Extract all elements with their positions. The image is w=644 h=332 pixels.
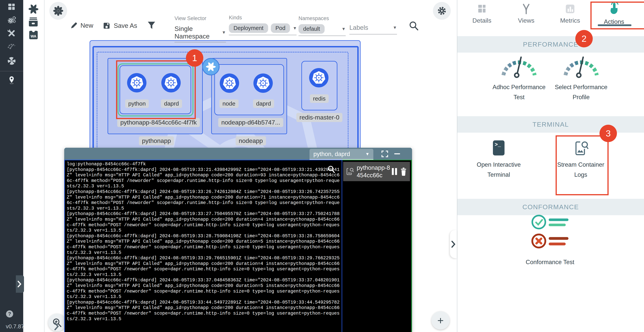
- left-sidebar: ? v0.7.87: [0, 0, 23, 332]
- kinds-filter[interactable]: Kinds Deployment Pod ▼: [229, 15, 296, 36]
- labels-filter[interactable]: Labels ▼: [349, 24, 397, 36]
- tab-label: Details: [466, 17, 497, 24]
- lifecycle-gears-icon[interactable]: [7, 15, 16, 24]
- adhoc-performance-test-button[interactable]: Adhoc Performance Test: [498, 53, 548, 102]
- metrics-bar-chart-icon: [565, 3, 576, 14]
- pod-label: nodeapp-d64b5747...: [218, 118, 283, 127]
- trash-icon[interactable]: [400, 167, 408, 176]
- select-performance-profile-button[interactable]: Select Performance Profile: [560, 53, 610, 102]
- meshsync-burst-button[interactable]: [49, 2, 67, 20]
- chevron-down-icon: ▼: [222, 30, 226, 35]
- container-label: redis: [310, 94, 329, 103]
- kinds-label: Kinds: [229, 15, 296, 21]
- performance-gauge-icon[interactable]: [7, 41, 16, 50]
- toolbar: New Save As View Selector Single Namespa…: [44, 0, 457, 39]
- conformance-checklist-icon: [527, 214, 573, 251]
- mesh-pie-icon[interactable]: [7, 56, 16, 65]
- chevron-down-icon: ▼: [342, 26, 346, 31]
- action-label: Conformance Test: [521, 257, 579, 267]
- settings-button[interactable]: [433, 2, 451, 20]
- container-redis-kubernetes-icon[interactable]: [309, 68, 328, 87]
- log-text: log:pythonapp-8454cc66c-4f7fk [pythonapp…: [65, 160, 342, 323]
- conformance-test-button[interactable]: Conformance Test: [521, 214, 579, 267]
- session-row[interactable]: pythonapp-8454cc66c: [343, 162, 410, 181]
- session-name: pythonapp-8454cc66c: [357, 164, 390, 179]
- panel-collapse-pill[interactable]: [450, 230, 457, 258]
- labels-placeholder: Labels: [349, 24, 368, 31]
- container-label: daprd: [253, 99, 274, 108]
- dashboard-icon[interactable]: [7, 2, 16, 11]
- new-label: New: [80, 22, 93, 29]
- kanvas-pin-icon[interactable]: [7, 75, 16, 84]
- extension-expand-chevron-icon[interactable]: [54, 323, 59, 330]
- action-label: Adhoc Performance Test: [490, 82, 548, 102]
- filter-funnel-icon[interactable]: [147, 21, 156, 30]
- terminal-icon: >_: [493, 140, 504, 155]
- tab-metrics[interactable]: Metrics: [555, 3, 586, 24]
- log-output-area[interactable]: log:pythonapp-8454cc66c-4f7fk [pythonapp…: [64, 160, 342, 332]
- views-branch-icon: [521, 3, 532, 14]
- chevron-right-icon: [18, 281, 22, 287]
- session-sidebar: pythonapp-8454cc66c: [342, 160, 412, 332]
- namespace-chip-default[interactable]: default: [298, 24, 324, 34]
- webassembly-icon[interactable]: WA: [29, 30, 38, 40]
- annotation-circle-1: 1: [186, 49, 203, 67]
- log-stream-panel: python, daprd ▼ log:pythonapp-8454cc66c-…: [64, 148, 412, 332]
- save-as-label: Save As: [114, 22, 137, 29]
- view-selector-label: View Selector: [174, 15, 226, 21]
- extension-strip: WA: [23, 0, 44, 332]
- section-header-performance: PERFORMANCE: [457, 36, 644, 53]
- minimize-icon[interactable]: [394, 153, 400, 154]
- container-label: node: [219, 99, 238, 108]
- chevron-down-icon: ▼: [393, 25, 397, 30]
- configuration-tools-icon[interactable]: [7, 29, 16, 38]
- performance-gauge-icon: [560, 53, 602, 79]
- add-button[interactable]: +: [432, 311, 450, 330]
- deployment-label: nodeapp: [236, 136, 266, 145]
- open-interactive-terminal-button[interactable]: >_ Open Interactive Terminal: [470, 140, 528, 180]
- action-label: Open Interactive Terminal: [470, 160, 528, 180]
- sidebar-expand-button[interactable]: [16, 275, 24, 293]
- action-label: Select Performance Profile: [552, 82, 610, 102]
- dapr-badge-icon[interactable]: [202, 58, 220, 76]
- help-icon[interactable]: ?: [6, 310, 13, 318]
- tab-views[interactable]: Views: [511, 3, 542, 24]
- tab-details[interactable]: Details: [466, 3, 497, 24]
- svg-text:WA: WA: [30, 34, 36, 38]
- namespaces-label: Namespaces: [298, 15, 346, 21]
- save-as-button[interactable]: Save As: [102, 22, 137, 30]
- burst-flower-icon: [53, 5, 64, 16]
- kind-chip-pod[interactable]: Pod: [271, 23, 290, 33]
- chevron-down-icon: ▼: [365, 152, 370, 157]
- container-selector-value: python, daprd: [314, 151, 350, 158]
- search-icon[interactable]: [408, 20, 419, 31]
- terminal-header[interactable]: python, daprd ▼: [64, 148, 412, 160]
- right-panel: Details Views Metrics Actions 2 PERFORMA…: [457, 0, 644, 332]
- annotation-box-3: [556, 135, 608, 195]
- container-node-kubernetes-icon[interactable]: [220, 73, 239, 93]
- fullscreen-icon[interactable]: [381, 150, 388, 158]
- sidebar-divider: [0, 71, 23, 71]
- chevron-right-icon: [451, 241, 456, 248]
- save-icon: [102, 22, 111, 30]
- pencil-icon: [70, 22, 78, 29]
- gear-icon: [437, 6, 447, 16]
- container-daprd-kubernetes-icon[interactable]: [254, 73, 273, 93]
- section-header-conformance: CONFORMANCE: [457, 199, 644, 215]
- deployment-label: pythonapp: [139, 136, 174, 145]
- annotation-circle-2: 2: [575, 30, 593, 47]
- log-search-overlay-icon[interactable]: [327, 165, 336, 174]
- app-version: v0.7.87: [6, 323, 24, 330]
- archive-icon[interactable]: [28, 17, 38, 27]
- view-selector[interactable]: View Selector Single Namespace ▼: [174, 15, 226, 36]
- tab-label: Metrics: [555, 17, 586, 24]
- pause-icon[interactable]: [391, 168, 398, 175]
- dapr-pinwheel-icon[interactable]: [29, 4, 38, 14]
- performance-gauge-icon: [498, 53, 540, 79]
- namespaces-filter[interactable]: Namespaces default ▼: [298, 15, 346, 36]
- tab-label: Views: [511, 17, 542, 24]
- stream-logs-icon: [346, 167, 354, 176]
- new-button[interactable]: New: [70, 22, 93, 29]
- container-selector-dropdown[interactable]: python, daprd ▼: [310, 149, 373, 160]
- kind-chip-deployment[interactable]: Deployment: [229, 23, 268, 33]
